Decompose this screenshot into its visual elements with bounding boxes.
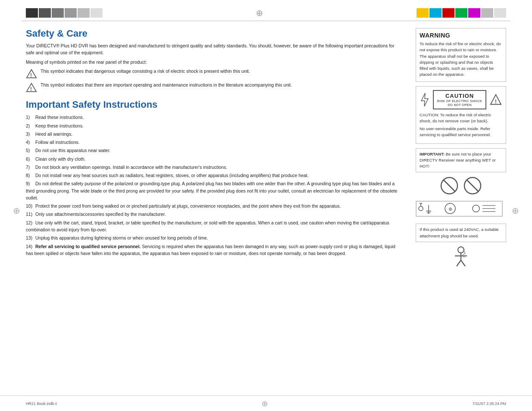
main-content: Safety & Care Your DIRECTV® Plus HD DVR … [0,24,532,269]
caution-badge: CAUTION RISK OF ELECTRIC SHOCK DO NOT OP… [433,90,487,109]
caution-triangle-icon: ! [490,93,502,106]
warning-title: WARNING [420,32,502,39]
list-item: 7)Do not block any ventilation openings.… [26,164,403,171]
cb-block-4 [65,8,77,18]
list-item: 9)Do not defeat the safety purpose of th… [26,180,403,201]
svg-line-10 [467,180,479,192]
cb-right-6 [481,8,493,18]
svg-text:⊕: ⊕ [448,206,452,212]
cb-right-2 [429,8,442,18]
circuit-diagram: ⊕ [416,199,506,219]
svg-line-28 [461,260,465,266]
triangle-warning-icon-2: ! [26,82,37,93]
left-crosshair: ⊕ [13,206,20,216]
top-rule [22,21,510,21]
list-item: 13)Unplug this apparatus during lightnin… [26,234,403,241]
warning-text: To reduce the risk of fire or electric s… [420,41,502,78]
circuit-svg: ⊕ [416,199,504,218]
list-item: 5)Do not use this apparatus near water. [26,147,403,154]
electric-person-icon-container [416,246,506,269]
cb-right-5 [468,8,480,18]
svg-point-12 [419,206,423,211]
safety-intro-2: Meaning of symbols printed on the rear p… [26,59,403,66]
cb-right-3 [442,8,454,18]
v240-box: If this product is used at 240VAC, a sui… [416,224,506,242]
cb-block-5 [78,8,90,18]
triangle-warning-icon-1: ! [26,68,37,79]
list-item: 12)Use only with the cart, stand, tripod… [26,219,403,234]
list-item: 2)Keep these instructions. [26,122,403,129]
list-item: 6)Clean only with dry cloth. [26,156,403,162]
important-label: IMPORTANT: [420,152,445,156]
caution-graphic-box: CAUTION RISK OF ELECTRIC SHOCK DO NOT OP… [416,86,506,144]
list-item: 8)Do not install near any heat sources s… [26,172,403,179]
cb-right-4 [455,8,467,18]
right-crosshair: ⊕ [512,206,519,216]
list-item: 11)Only use attachments/accessories spec… [26,211,403,218]
color-bar-left [26,8,103,18]
svg-text:!: ! [30,72,32,78]
svg-text:!: ! [495,98,497,105]
footer-right: 7/31/07 2:35:24 PM [472,402,506,406]
svg-point-24 [458,247,464,253]
right-column: WARNING To reduce the risk of fire or el… [416,28,506,269]
list-item: 1)Read these instructions. [26,114,403,121]
svg-line-27 [457,260,461,266]
svg-point-20 [473,205,479,212]
color-bar-right [417,8,506,18]
cb-block-3 [52,8,64,18]
footer: HR21 Book.indb ii ⊕ 7/31/07 2:35:24 PM [0,395,532,411]
caution-badge-sub1: RISK OF ELECTRIC SHOCK [437,99,482,103]
prohibition-icons-row [416,177,506,195]
top-strip: ⊕ [0,0,532,18]
cb-right-7 [494,8,506,18]
symbol-row-1: ! This symbol indicates that dangerous v… [26,68,403,79]
important-safety-title: Important Safety Instructions [26,99,403,110]
list-item: 14)Refer all servicing to qualified serv… [26,243,403,257]
cb-block-1 [26,8,38,18]
footer-left: HR21 Book.indb ii [26,402,57,406]
list-item: 4)Follow all instructions. [26,139,403,146]
svg-marker-4 [421,93,428,106]
top-crosshair: ⊕ [256,8,263,18]
warning-box: WARNING To reduce the risk of fire or el… [416,28,506,82]
list-item: 10)Protect the power cord from being wal… [26,202,403,209]
caution-text-2: No user-serviceable parts inside. Refer … [420,126,502,138]
safety-care-title: Safety & Care [26,28,403,39]
instructions-list: 1)Read these instructions. 2)Keep these … [26,114,403,257]
lightning-bolt-icon [420,92,429,107]
left-column: Safety & Care Your DIRECTV® Plus HD DVR … [26,28,403,269]
caution-badge-title: CAUTION [437,93,482,99]
svg-line-8 [443,180,455,192]
cb-block-2 [39,8,51,18]
cb-right-1 [417,8,429,18]
caution-text-1: CAUTION: To reduce the risk of electric … [420,112,502,125]
electric-person-icon [450,246,472,269]
symbol-2-text: This symbol indicates that there are imp… [40,82,292,89]
important-note-box: IMPORTANT: Be sure not to place your DIR… [416,148,506,173]
safety-intro-1: Your DIRECTV® Plus HD DVR has been desig… [26,43,403,56]
caution-inner: CAUTION RISK OF ELECTRIC SHOCK DO NOT OP… [420,90,502,109]
important-box-text: IMPORTANT: Be sure not to place your DIR… [420,151,502,170]
list-item: 3)Heed all warnings. [26,131,403,137]
symbol-row-2: ! This symbol indicates that there are i… [26,82,403,93]
v240-text: If this product is used at 240VAC, a sui… [420,227,502,239]
symbol-1-text: This symbol indicates that dangerous vol… [40,68,250,75]
no-water-icon [440,177,458,195]
cb-block-6 [90,8,103,18]
svg-text:!: ! [30,86,32,92]
footer-crosshair: ⊕ [261,399,268,408]
caution-badge-sub2: DO NOT OPEN [437,103,482,107]
no-heat-icon [464,177,482,195]
